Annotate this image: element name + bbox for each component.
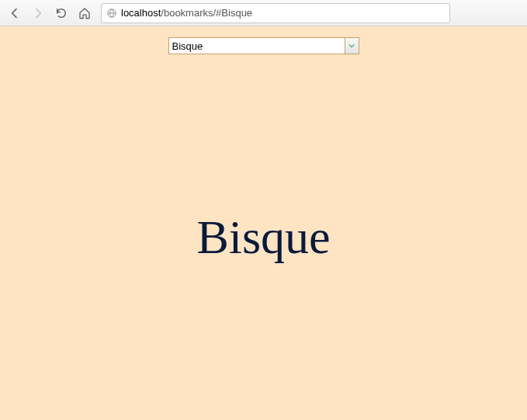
back-button[interactable]	[5, 3, 25, 23]
url-bar[interactable]: localhost/bookmarks/#Bisque	[101, 3, 450, 23]
browser-toolbar: localhost/bookmarks/#Bisque	[0, 0, 527, 26]
forward-button[interactable]	[28, 3, 48, 23]
arrow-left-icon	[9, 7, 21, 19]
chevron-down-icon	[348, 43, 355, 49]
color-select-value: Bisque	[169, 40, 345, 52]
dropdown-arrow	[345, 38, 359, 54]
arrow-right-icon	[32, 7, 44, 19]
color-select[interactable]: Bisque	[168, 37, 359, 54]
globe-icon	[106, 8, 117, 19]
home-icon	[78, 7, 91, 19]
home-button[interactable]	[75, 3, 95, 23]
reload-icon	[55, 7, 68, 19]
color-heading: Bisque	[196, 210, 330, 265]
page-content: Bisque Bisque	[0, 26, 527, 420]
reload-button[interactable]	[51, 3, 71, 23]
url-text: localhost/bookmarks/#Bisque	[121, 7, 252, 19]
